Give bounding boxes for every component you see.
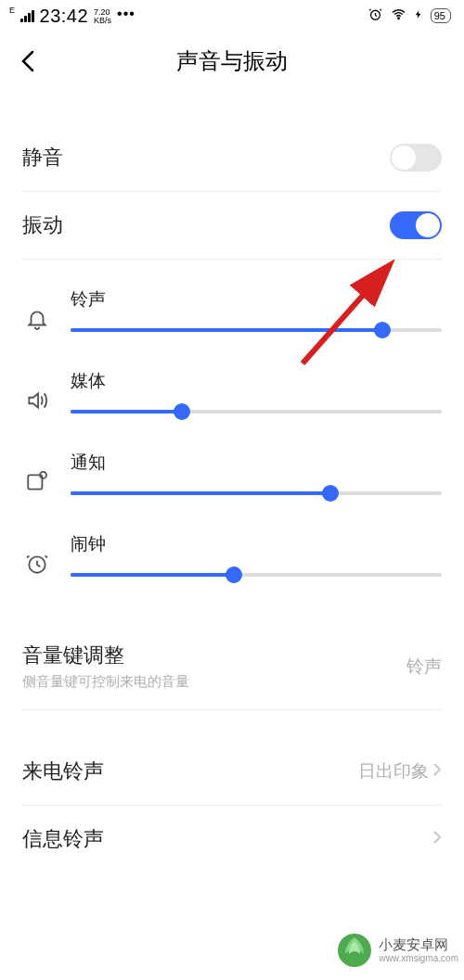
vibrate-row[interactable]: 振动 — [0, 192, 464, 259]
silent-label: 静音 — [22, 144, 63, 172]
watermark-title: 小麦安卓网 — [379, 936, 458, 953]
chevron-right-icon — [432, 761, 442, 782]
signal-strength-icon — [20, 9, 34, 22]
back-button[interactable] — [20, 49, 35, 73]
media-slider-row: 媒体 — [22, 369, 442, 415]
volume-key-label: 音量键调整 — [22, 642, 189, 669]
silent-row[interactable]: 静音 — [0, 124, 464, 191]
volume-key-text: 音量键调整 侧音量键可控制来电的音量 — [22, 642, 189, 691]
alarm-label: 闹钟 — [71, 532, 442, 556]
content: 静音 振动 铃声 媒体 — [0, 91, 464, 872]
notification-icon — [22, 467, 52, 497]
ringtone-label: 铃声 — [71, 287, 442, 312]
speaker-icon — [22, 386, 52, 415]
notification-slider[interactable] — [71, 491, 442, 495]
incoming-ringtone-row[interactable]: 来电铃声 日出印象 — [0, 738, 464, 805]
alarm-slider-body: 闹钟 — [71, 532, 442, 577]
vibrate-toggle[interactable] — [390, 211, 442, 239]
status-right: 95 — [367, 6, 451, 25]
more-icon: ••• — [117, 6, 135, 22]
ringtone-slider-row: 铃声 — [22, 287, 442, 334]
message-ringtone-row[interactable]: 信息铃声 — [0, 806, 464, 872]
status-left: E 23:42 7.20 KB/s ••• — [9, 6, 135, 27]
alarm-slider[interactable] — [71, 573, 442, 577]
volume-key-sub: 侧音量键可控制来电的音量 — [22, 673, 189, 691]
battery-percent: 95 — [434, 10, 445, 21]
speed-unit: KB/s — [94, 17, 111, 25]
ringtone-slider-body: 铃声 — [71, 287, 442, 332]
charging-icon — [414, 7, 423, 24]
media-slider-body: 媒体 — [71, 369, 442, 414]
clock-icon — [22, 549, 52, 579]
page-title: 声音与振动 — [176, 46, 288, 76]
watermark-url: www.xmsigma.com — [379, 953, 458, 964]
incoming-ringtone-value: 日出印象 — [358, 759, 442, 783]
sliders-section: 铃声 媒体 通知 — [0, 260, 464, 623]
notification-slider-body: 通知 — [71, 451, 442, 495]
watermark-logo-icon — [336, 932, 373, 969]
bell-icon — [22, 304, 52, 334]
incoming-ringtone-label: 来电铃声 — [22, 757, 104, 785]
network-speed: 7.20 KB/s — [94, 8, 111, 25]
alarm-slider-row: 闹钟 — [22, 532, 442, 579]
notification-slider-row: 通知 — [22, 451, 442, 497]
battery-indicator: 95 — [431, 8, 451, 23]
wifi-icon — [391, 6, 406, 25]
silent-toggle[interactable] — [390, 144, 442, 172]
media-label: 媒体 — [71, 369, 442, 393]
svg-point-1 — [398, 18, 399, 19]
signal-type: E — [9, 6, 15, 15]
incoming-ringtone-text: 日出印象 — [358, 759, 429, 783]
notification-label: 通知 — [71, 451, 442, 475]
status-bar: E 23:42 7.20 KB/s ••• 95 — [0, 0, 464, 32]
page-header: 声音与振动 — [0, 32, 464, 91]
watermark-text: 小麦安卓网 www.xmsigma.com — [379, 936, 458, 964]
chevron-right-icon — [432, 829, 442, 849]
message-ringtone-label: 信息铃声 — [22, 825, 104, 853]
media-slider[interactable] — [71, 410, 442, 414]
ringtone-slider[interactable] — [71, 328, 442, 332]
vibrate-label: 振动 — [22, 211, 63, 239]
volume-key-value: 铃声 — [406, 655, 442, 679]
watermark: 小麦安卓网 www.xmsigma.com — [336, 932, 458, 969]
message-ringtone-value — [432, 829, 442, 849]
volume-key-row[interactable]: 音量键调整 侧音量键可控制来电的音量 铃声 — [0, 623, 464, 709]
status-time: 23:42 — [40, 6, 89, 27]
alarm-icon — [367, 6, 383, 25]
spacer — [0, 710, 464, 738]
